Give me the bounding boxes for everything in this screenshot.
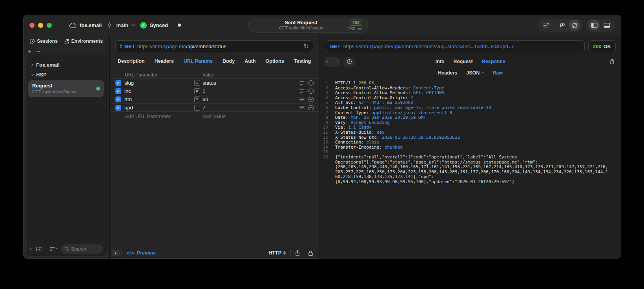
param-row-inc[interactable]: ✓inc=1 bbox=[110, 87, 319, 95]
collapse-editor-button[interactable]: ▲ bbox=[112, 250, 120, 256]
param-name[interactable]: inc bbox=[124, 88, 191, 94]
add-param-name[interactable]: Add URL Parameter bbox=[125, 113, 203, 119]
export-list-button[interactable] bbox=[540, 20, 551, 31]
response-subtab-raw[interactable]: Raw bbox=[493, 70, 503, 76]
sort-filter-button[interactable] bbox=[50, 247, 57, 251]
row-options-icon[interactable] bbox=[299, 105, 305, 110]
request-tab-body[interactable]: Body bbox=[223, 58, 235, 64]
param-row-rtm[interactable]: ✓rtm=60 bbox=[110, 95, 319, 104]
loop-arrows-button[interactable] bbox=[556, 20, 567, 31]
sidebar-tab-sessions[interactable]: Sessions bbox=[29, 38, 58, 44]
param-enabled-checkbox[interactable]: ✓ bbox=[115, 96, 121, 102]
zoom-button[interactable] bbox=[47, 23, 52, 28]
add-request-button[interactable]: + bbox=[29, 246, 33, 252]
request-item-subtitle: GET /api/embed/status bbox=[32, 89, 96, 95]
preview-button[interactable]: </> Preview bbox=[122, 250, 160, 256]
remove-param-icon[interactable] bbox=[308, 80, 314, 86]
add-param-value[interactable]: Add Value bbox=[203, 113, 226, 119]
line-number: 3 bbox=[319, 91, 331, 96]
param-name[interactable]: rtm bbox=[124, 96, 191, 102]
request-item-selected[interactable]: Request GET /api/embed/status bbox=[28, 80, 104, 97]
param-enabled-checkbox[interactable]: ✓ bbox=[115, 80, 121, 86]
export-response-button[interactable] bbox=[609, 58, 615, 65]
protocol-selector[interactable]: HTTP bbox=[268, 250, 290, 256]
request-tab-url-params[interactable]: URL Params bbox=[184, 58, 213, 64]
code-text bbox=[331, 150, 335, 155]
sync-status[interactable]: Synced bbox=[150, 22, 168, 28]
param-enabled-checkbox[interactable]: ✓ bbox=[115, 105, 121, 111]
response-subtab-headers[interactable]: Headers bbox=[438, 70, 457, 76]
request-tab-auth[interactable]: Auth bbox=[244, 58, 255, 64]
response-pane: GET https://statuspage.me/api/embed/stat… bbox=[319, 35, 621, 259]
param-value[interactable]: 7 bbox=[203, 105, 299, 111]
row-options-icon[interactable] bbox=[299, 89, 305, 93]
request-url[interactable]: https://statuspage.me/api/embed/status bbox=[137, 44, 301, 49]
response-body[interactable]: 1HTTP/1.1 200 OK2Access-Control-Allow-He… bbox=[319, 78, 621, 259]
response-subtab-json[interactable]: JSON bbox=[466, 70, 483, 76]
nav-back-button[interactable] bbox=[326, 60, 329, 63]
request-summary-subtitle: GET /api/embed/status bbox=[254, 25, 348, 31]
remove-session-button[interactable]: − bbox=[37, 48, 40, 55]
clock-icon bbox=[29, 38, 35, 44]
row-options-icon[interactable] bbox=[299, 81, 305, 85]
response-method: GET bbox=[330, 44, 341, 49]
history-button[interactable] bbox=[343, 57, 355, 67]
share-button[interactable] bbox=[291, 250, 304, 256]
selector-arrows-icon bbox=[283, 251, 286, 255]
response-tab-response[interactable]: Response bbox=[482, 59, 505, 64]
search-box[interactable] bbox=[61, 244, 103, 254]
add-session-button[interactable]: + bbox=[28, 48, 31, 55]
response-tab-info[interactable]: Info bbox=[436, 59, 445, 64]
param-value[interactable]: status bbox=[203, 80, 299, 86]
import-export-button[interactable] bbox=[569, 20, 580, 31]
response-url: https://statuspage.me/api/embed/status?s… bbox=[343, 44, 514, 49]
remove-param-icon[interactable] bbox=[308, 96, 314, 102]
remove-param-icon[interactable] bbox=[308, 88, 314, 94]
code-text: Transfer-Encoding: chunked bbox=[331, 145, 403, 150]
nav-forward-button[interactable] bbox=[335, 60, 338, 63]
response-tab-request[interactable]: Request bbox=[453, 59, 473, 64]
param-value[interactable]: 1 bbox=[203, 88, 299, 94]
new-folder-button[interactable] bbox=[36, 246, 42, 252]
code-line: 14Transfer-Encoding: chunked bbox=[319, 145, 621, 150]
minimize-button[interactable] bbox=[38, 23, 43, 28]
remove-param-icon[interactable] bbox=[308, 105, 314, 111]
code-icon: </> bbox=[126, 251, 134, 256]
param-value[interactable]: 60 bbox=[203, 96, 299, 102]
tree-item-label: HSP bbox=[36, 72, 47, 78]
add-param-row[interactable]: Add URL Parameter Add Value bbox=[110, 112, 319, 120]
reload-button[interactable]: ↻ bbox=[304, 43, 309, 50]
environments-label: Environments bbox=[71, 38, 103, 44]
param-name[interactable]: slug bbox=[124, 80, 191, 86]
project-name[interactable]: foe.email bbox=[80, 22, 102, 28]
toggle-left-panel-button[interactable] bbox=[589, 20, 600, 31]
close-button[interactable] bbox=[29, 23, 35, 28]
request-tab-description[interactable]: Description bbox=[118, 58, 145, 64]
request-tab-options[interactable]: Options bbox=[266, 58, 284, 64]
param-row-upd[interactable]: ✓upd=7 bbox=[110, 104, 319, 112]
chevron-down-icon[interactable] bbox=[131, 23, 135, 26]
toggle-bottom-panel-button[interactable] bbox=[601, 20, 612, 31]
request-url-bar[interactable]: GET https://statuspage.me/api/embed/stat… bbox=[115, 40, 313, 52]
branch-name[interactable]: main bbox=[116, 22, 128, 28]
param-name[interactable]: upd bbox=[124, 105, 191, 111]
response-url-bar[interactable]: GET https://statuspage.me/api/embed/stat… bbox=[325, 40, 585, 52]
chevron-right-icon bbox=[30, 63, 33, 66]
param-row-slug[interactable]: ✓slug=status bbox=[110, 79, 319, 87]
lock-button[interactable] bbox=[304, 250, 319, 256]
sidebar-tab-environments[interactable]: Environments bbox=[64, 38, 103, 44]
row-options-icon[interactable] bbox=[299, 97, 305, 102]
tree-item-hsp[interactable]: HSP bbox=[28, 70, 104, 80]
chevron-down-icon bbox=[482, 71, 485, 74]
tree-item-foe-email[interactable]: Foe.email bbox=[28, 60, 104, 70]
line-number bbox=[319, 165, 331, 170]
search-input[interactable] bbox=[71, 246, 100, 252]
request-tab-headers[interactable]: Headers bbox=[154, 58, 173, 64]
method-selector-icon[interactable] bbox=[120, 44, 122, 48]
sent-request-pill[interactable]: Sent Request GET /api/embed/status 200 2… bbox=[248, 18, 368, 33]
request-tab-testing[interactable]: Testing bbox=[294, 58, 311, 64]
line-number: 11 bbox=[319, 130, 331, 135]
param-enabled-checkbox[interactable]: ✓ bbox=[115, 88, 121, 94]
params-header: URL Parameter Value bbox=[110, 71, 319, 79]
request-method[interactable]: GET bbox=[124, 44, 135, 49]
